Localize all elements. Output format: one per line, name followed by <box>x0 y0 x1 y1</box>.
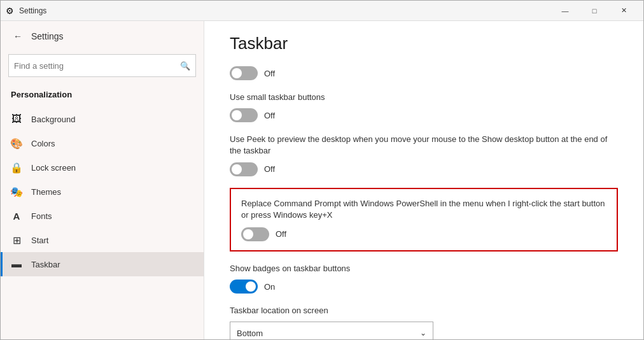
settings-icon: ⚙ <box>6 6 14 16</box>
close-button[interactable]: ✕ <box>609 1 638 21</box>
search-box: 🔍 <box>8 54 196 77</box>
sidebar-item-start[interactable]: ⊞ Start <box>1 228 204 252</box>
chevron-down-icon: ⌄ <box>420 329 426 337</box>
toggle-4[interactable] <box>241 227 269 241</box>
toggle-1[interactable] <box>230 66 258 80</box>
toggle-3[interactable] <box>230 162 258 176</box>
app-title: Settings <box>31 31 64 41</box>
toggle-row-3: Off <box>230 162 618 176</box>
fonts-icon: A <box>11 210 22 222</box>
search-input[interactable] <box>14 61 180 71</box>
sidebar-item-background[interactable]: 🖼 Background <box>1 107 204 131</box>
colors-icon: 🎨 <box>11 138 22 149</box>
sidebar-header: ← Settings <box>1 21 204 52</box>
toggle-label-1: Off <box>264 69 275 78</box>
main-content: Taskbar Off Use small taskbar buttons Of… <box>204 21 643 339</box>
page-title: Taskbar <box>230 34 618 53</box>
sidebar-item-label-taskbar: Taskbar <box>31 260 60 269</box>
taskbar-icon: ▬ <box>11 259 22 270</box>
dropdown-value: Bottom <box>237 329 263 338</box>
sidebar-item-label-lock-screen: Lock screen <box>31 163 76 173</box>
start-icon: ⊞ <box>11 234 22 246</box>
title-bar-title: Settings <box>19 6 46 15</box>
sidebar-item-colors[interactable]: 🎨 Colors <box>1 131 204 155</box>
setting-group-3: Use Peek to preview the desktop when you… <box>230 134 618 176</box>
toggle-5[interactable] <box>230 280 258 294</box>
title-bar: ⚙ Settings — □ ✕ <box>1 1 643 21</box>
setting-label-5: Show badges on taskbar buttons <box>230 263 618 274</box>
sidebar-item-lock-screen[interactable]: 🔒 Lock screen <box>1 155 204 180</box>
sidebar: ← Settings 🔍 Personalization 🖼 Backgroun… <box>1 21 204 339</box>
setting-group-5: Show badges on taskbar buttons On <box>230 263 618 294</box>
toggle-row-1: Off <box>230 66 618 80</box>
lock-screen-icon: 🔒 <box>11 162 22 173</box>
sidebar-item-themes[interactable]: 🎭 Themes <box>1 180 204 204</box>
toggle-2[interactable] <box>230 108 258 122</box>
toggle-row-4: Off <box>241 227 606 241</box>
setting-label-2: Use small taskbar buttons <box>230 92 618 103</box>
back-button[interactable]: ← <box>11 29 25 44</box>
minimize-button[interactable]: — <box>550 1 580 21</box>
sidebar-item-label-colors: Colors <box>31 139 55 148</box>
toggle-label-5: On <box>264 282 275 292</box>
toggle-row-2: Off <box>230 108 618 122</box>
sidebar-item-fonts[interactable]: A Fonts <box>1 204 204 228</box>
setting-label-4: Replace Command Prompt with Windows Powe… <box>241 198 606 221</box>
toggle-row-5: On <box>230 280 618 294</box>
setting-group-1: Off <box>230 66 618 80</box>
sidebar-item-label-themes: Themes <box>31 187 61 197</box>
toggle-label-4: Off <box>276 229 286 239</box>
themes-icon: 🎭 <box>11 186 22 197</box>
title-bar-left: ⚙ Settings <box>6 6 550 16</box>
sidebar-item-label-background: Background <box>31 115 75 124</box>
toggle-label-3: Off <box>264 164 275 174</box>
content-area: ← Settings 🔍 Personalization 🖼 Backgroun… <box>1 21 643 339</box>
maximize-button[interactable]: □ <box>580 1 609 21</box>
title-bar-controls: — □ ✕ <box>550 1 638 21</box>
window: ⚙ Settings — □ ✕ ← Settings 🔍 Personaliz… <box>0 0 644 340</box>
toggle-label-2: Off <box>264 111 275 120</box>
sidebar-item-label-fonts: Fonts <box>31 211 52 221</box>
section-title: Personalization <box>1 85 204 107</box>
highlighted-setting-box: Replace Command Prompt with Windows Powe… <box>230 188 618 251</box>
setting-label-3: Use Peek to preview the desktop when you… <box>230 134 618 157</box>
dropdown-group: Taskbar location on screen Bottom ⌄ <box>230 305 618 339</box>
sidebar-item-taskbar[interactable]: ▬ Taskbar <box>1 252 204 276</box>
sidebar-item-label-start: Start <box>31 236 48 245</box>
setting-group-2: Use small taskbar buttons Off <box>230 92 618 122</box>
background-icon: 🖼 <box>11 113 22 125</box>
taskbar-location-dropdown[interactable]: Bottom ⌄ <box>230 322 433 339</box>
dropdown-label: Taskbar location on screen <box>230 305 618 316</box>
search-icon: 🔍 <box>180 61 190 71</box>
